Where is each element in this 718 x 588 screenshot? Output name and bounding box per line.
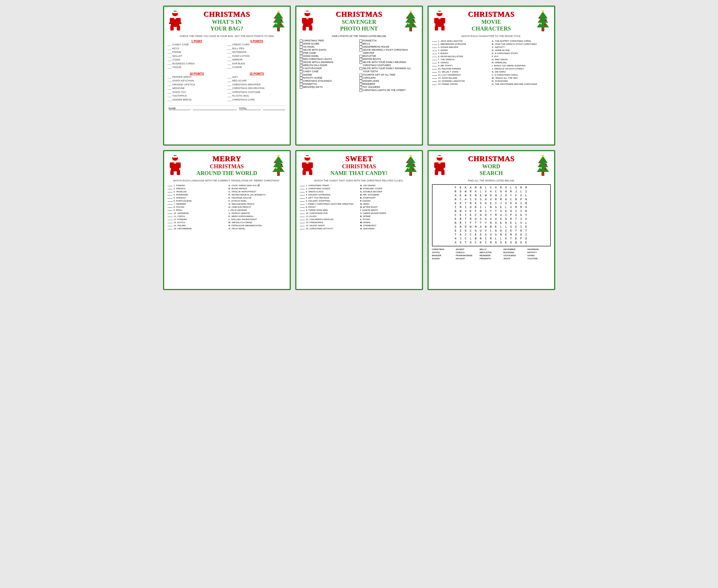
checkbox-28[interactable] [360, 83, 362, 86]
check-gnome: GNOME [300, 74, 359, 77]
checkbox-10[interactable] [300, 67, 303, 70]
char-row-2: 2. EBENEEZER SCROOGE [432, 43, 491, 45]
trans-e: E.HAUSKAA JOULUA [229, 196, 286, 199]
checkbox-20[interactable] [360, 49, 362, 51]
aw-row-15: 15. VIETNAMESE [167, 227, 225, 230]
label-1pt: 1 POINT [167, 40, 226, 43]
label-5pt: 5 POINTS [227, 40, 286, 43]
wl-advent: ADVENT [456, 248, 479, 251]
ans-k: K. SPREE [360, 215, 418, 217]
check-selfieSanta: SELFIE WITH SANTA [300, 48, 359, 51]
ans-g: G. ZERO [360, 203, 418, 205]
svg-point-76 [276, 167, 277, 169]
aw-row-4: 4. ROMANIAN [167, 193, 225, 196]
checkbox-17[interactable] [360, 40, 362, 42]
wl-presents: PRESENTS [479, 257, 503, 260]
clue-row-3: 3. SANTA CLAUS [300, 190, 358, 193]
svg-marker-71 [272, 164, 285, 172]
checkbox-12[interactable] [300, 74, 303, 77]
trans-b: B.BUON NATALE [229, 187, 286, 190]
checkbox-3[interactable] [300, 46, 303, 48]
total-field[interactable] [263, 107, 285, 110]
section-15pt: 15 POINTS GIFT RED SCARF CHRISTMAS WRAPP… [227, 72, 286, 102]
trans-k: K.MERII KURISUMASU [229, 215, 286, 217]
checkbox-9[interactable] [300, 64, 303, 67]
subtitle-4: MATCH EACH LANGUAGE WITH THE CORRECT TRA… [167, 179, 286, 182]
ans-h: H. AFTER EIGHT [360, 206, 418, 208]
svg-rect-87 [311, 162, 313, 168]
checkbox-26[interactable] [360, 77, 362, 80]
svg-point-74 [274, 162, 276, 163]
title-block-2: CHRISTMAS SCAVENGER PHOTO HUNT [315, 10, 403, 32]
item-bizcard: BUSINESS CARDS [167, 62, 226, 66]
svg-rect-49 [443, 18, 445, 23]
santa-icon-6 [432, 154, 447, 177]
checkbox-19[interactable] [360, 46, 362, 48]
check-winterboots: WINTER BOOTS [360, 58, 418, 61]
word-list: CHRISTMAS ADVENT BELLS DECEMBER SNOWMAN … [432, 248, 551, 260]
checkbox-1[interactable] [300, 40, 303, 42]
checkbox-7[interactable] [300, 58, 303, 61]
clue-row-11: 11. ELVES [300, 215, 358, 217]
check-nutcracker: A NUTCRACKER [300, 67, 359, 70]
checkbox-16[interactable] [300, 86, 303, 89]
trans-a: A.CHÚC GIÁNG SINH VUI VẺ [229, 184, 286, 187]
card-header-1: CHRISTMAS WHAT'S IN YOUR BAG? [167, 10, 286, 33]
trans-l: L.NOLLAIG SHONA DHUIT [229, 218, 286, 220]
aw-row-11: 11. CZECH [167, 215, 225, 217]
wl-joyful: JOYFUL [432, 251, 455, 254]
clue-row-14: 14. SILENT NIGHT [300, 224, 358, 227]
clue-row-5: 5. GIFT YOU RECEIVE [300, 196, 358, 199]
checkbox-23[interactable] [360, 61, 362, 64]
svg-point-18 [281, 19, 282, 21]
char-15: 15. FRANK CROSS [438, 83, 458, 85]
checkbox-5[interactable] [300, 52, 303, 55]
svg-rect-34 [409, 27, 412, 31]
svg-point-77 [280, 168, 282, 170]
checkbox-13[interactable] [300, 77, 303, 80]
name-field[interactable] [193, 107, 237, 110]
checkbox-27[interactable] [360, 80, 362, 83]
checkbox-14[interactable] [300, 80, 303, 83]
title-sub-2b: PHOTO HUNT [316, 25, 402, 32]
subtitle-5: MATCH THE CANDY THAT GOES WITH THE CHRIS… [300, 179, 418, 182]
movie-match-grid: 1. JACK SKELLINGTON 2. EBENEEZER SCROOGE… [432, 40, 551, 86]
svg-rect-15 [277, 27, 280, 31]
card-header-2: CHRISTMAS SCAVENGER PHOTO HUNT [300, 10, 418, 33]
checkbox-18[interactable] [360, 43, 362, 45]
ws-row-14: H J C L B N I R L L K T E P D [434, 237, 549, 241]
char-row-3: 3. SUSAN WALKER [432, 46, 491, 48]
word-search-grid: F E K A M B L C A R O L S R R R D W R A … [432, 184, 551, 246]
char-13: 13. JOHN McLANE [438, 77, 457, 79]
checkbox-22[interactable] [360, 58, 362, 61]
check-snowglobe: SNOW GLOBE [300, 42, 359, 45]
svg-point-75 [281, 164, 282, 165]
santa-icon-3 [432, 10, 447, 33]
char-row-11: 11. WILLIE T. SOKE [432, 70, 491, 73]
card-header-6: CHRISTMAS WORD SEARCH [432, 154, 551, 177]
checkbox-25[interactable] [360, 74, 362, 77]
movie-f: F.ELF [492, 55, 551, 58]
checkbox-4[interactable] [300, 49, 303, 51]
blank-5 [432, 54, 437, 54]
svg-marker-14 [272, 19, 285, 27]
item-candy-cane: CANDY CANE [167, 43, 226, 47]
check-tacky: SELFIE WEARING A TACKY CHRISTMAS SWEATER [360, 48, 418, 55]
svg-rect-103 [435, 170, 438, 175]
checkbox-2[interactable] [300, 43, 303, 45]
checkbox-24[interactable] [360, 67, 362, 70]
tree-icon-1 [271, 10, 286, 33]
aw-row-8: 8. POLISH [167, 206, 225, 208]
check-familyteeth: SELFIE WITH YOUR FAMILY SHOWING ALL YOUR… [360, 67, 418, 73]
item-keys: KEYS [167, 47, 226, 51]
checkbox-29[interactable] [360, 86, 362, 89]
checkbox-15[interactable] [300, 83, 303, 86]
checkbox-6[interactable] [300, 55, 303, 58]
ans-n: N. STARBURST [360, 224, 418, 227]
checkbox-11[interactable] [300, 70, 303, 73]
checkbox-21[interactable] [360, 55, 362, 58]
item-plasticbag: PLASTIC BAG [227, 94, 286, 98]
checkbox-8[interactable] [300, 61, 303, 64]
blank-1 [432, 41, 437, 42]
checkbox-30[interactable] [360, 89, 362, 92]
